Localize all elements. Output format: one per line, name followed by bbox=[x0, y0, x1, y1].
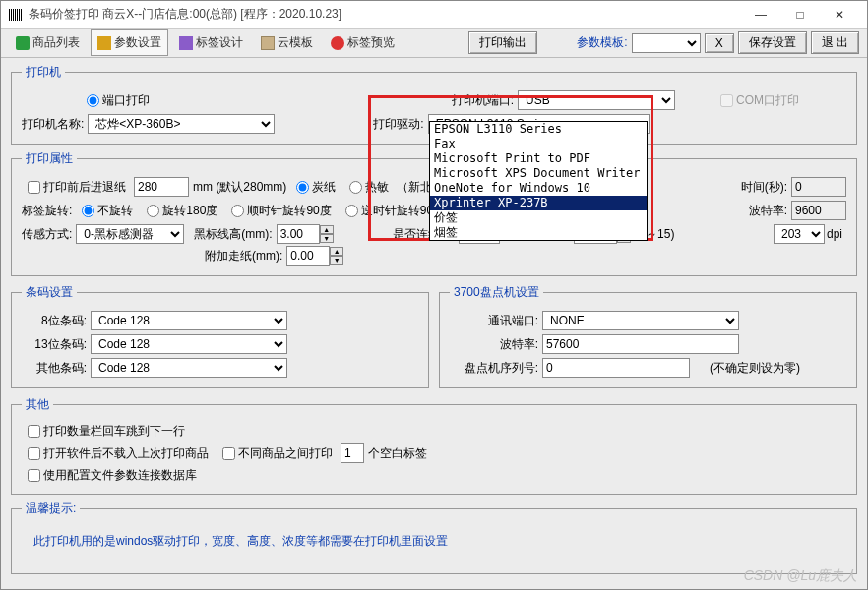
barcode-other-select[interactable]: Code 128 bbox=[91, 358, 287, 378]
barcode-group: 条码设置 8位条码:Code 128 13位条码:Code 128 其他条码:C… bbox=[11, 284, 429, 388]
close-button[interactable]: ✕ bbox=[820, 8, 859, 22]
wait-time-input[interactable] bbox=[791, 177, 846, 197]
printer-port-label: 打印机端口: bbox=[452, 92, 514, 109]
feed-value-input[interactable] bbox=[134, 177, 189, 197]
other-group: 其他 打印数量栏回车跳到下一行 打开软件后不载入上次打印商品 不同商品之间打印 … bbox=[11, 396, 857, 495]
design-icon bbox=[179, 36, 193, 50]
tip-group: 温馨提示: 此打印机用的是windos驱动打印，宽度、高度、浓度等都需要在打印机… bbox=[11, 501, 857, 574]
com-print-checkbox bbox=[720, 94, 733, 107]
barcode13-select[interactable]: Code 128 bbox=[91, 334, 287, 354]
template-label: 参数模板: bbox=[577, 34, 627, 51]
tab-cloud-template[interactable]: 云模板 bbox=[254, 30, 320, 56]
tab-label-preview[interactable]: 标签预览 bbox=[324, 30, 402, 56]
driver-option[interactable]: 烟签 bbox=[430, 225, 647, 240]
save-settings-button[interactable]: 保存设置 bbox=[738, 31, 807, 54]
thermal-radio[interactable] bbox=[349, 181, 362, 194]
rot-ccw90-radio[interactable] bbox=[345, 205, 358, 217]
window-title: 条码价签打印 商云X--门店信息:00(总部) [程序：2020.10.23] bbox=[29, 6, 741, 23]
other-cb4[interactable] bbox=[28, 469, 40, 482]
tip-text: 此打印机用的是windos驱动打印，宽度、高度、浓度等都需要在打印机里面设置 bbox=[22, 527, 448, 563]
tab-label-design[interactable]: 标签设计 bbox=[172, 30, 250, 56]
other-cb1[interactable] bbox=[28, 425, 40, 438]
extra-feed-input[interactable] bbox=[286, 246, 330, 266]
rot-cw90-radio[interactable] bbox=[231, 205, 244, 217]
pda-port-select[interactable]: NONE bbox=[542, 311, 739, 330]
barcode8-select[interactable]: Code 128 bbox=[91, 311, 287, 330]
lightning-icon bbox=[97, 36, 111, 50]
print-attrs-legend: 打印属性 bbox=[22, 150, 77, 167]
pda-legend: 3700盘点机设置 bbox=[450, 284, 543, 301]
dpi-select[interactable]: 203 bbox=[774, 224, 825, 244]
print-output-button[interactable]: 打印输出 bbox=[468, 31, 537, 54]
driver-option[interactable]: Microsoft Print to PDF bbox=[430, 151, 647, 166]
pda-seq-input[interactable] bbox=[542, 358, 690, 378]
printer-port-select[interactable]: USB bbox=[518, 90, 675, 110]
rot-180-radio[interactable] bbox=[147, 205, 159, 217]
tip-legend: 温馨提示: bbox=[22, 501, 80, 517]
blank-count-input[interactable] bbox=[341, 443, 364, 463]
carbon-radio[interactable] bbox=[296, 181, 309, 194]
printer-name-label: 打印机名称: bbox=[22, 116, 84, 133]
printer-name-select[interactable]: 芯烨<XP-360B> bbox=[88, 114, 275, 134]
baud-input[interactable] bbox=[791, 201, 846, 220]
titlebar: 条码价签打印 商云X--门店信息:00(总部) [程序：2020.10.23] … bbox=[1, 1, 867, 29]
app-window: 条码价签打印 商云X--门店信息:00(总部) [程序：2020.10.23] … bbox=[0, 0, 868, 590]
driver-option[interactable]: Fax bbox=[430, 137, 647, 151]
black-height-spinner[interactable]: ▲▼ bbox=[320, 225, 334, 243]
toolbar: 商品列表 参数设置 标签设计 云模板 标签预览 打印输出 参数模板: X 保存设… bbox=[1, 29, 867, 58]
other-cb2[interactable] bbox=[28, 447, 40, 460]
tab-product-list[interactable]: 商品列表 bbox=[9, 30, 87, 56]
maximize-button[interactable]: □ bbox=[780, 8, 820, 22]
sensor-select[interactable]: 0-黑标感测器 bbox=[76, 224, 184, 244]
exit-button[interactable]: 退 出 bbox=[811, 31, 859, 54]
driver-option[interactable]: Microsoft XPS Document Writer bbox=[430, 166, 647, 181]
watermark: CSDN @Lu鹿夫人 bbox=[744, 567, 857, 585]
black-height-input[interactable] bbox=[277, 224, 320, 244]
driver-dropdown-list[interactable]: EPSON L3110 SeriesFaxMicrosoft Print to … bbox=[429, 121, 648, 241]
extra-feed-spinner[interactable]: ▲▼ bbox=[330, 247, 343, 265]
minimize-button[interactable]: — bbox=[741, 8, 780, 22]
list-icon bbox=[16, 36, 30, 50]
pda-baud-input[interactable] bbox=[542, 334, 739, 354]
pda-group: 3700盘点机设置 通讯端口:NONE 波特率: 盘点机序列号:(不确定则设为零… bbox=[439, 284, 857, 388]
printer-legend: 打印机 bbox=[22, 64, 65, 81]
rot-none-radio[interactable] bbox=[82, 205, 94, 217]
tab-param-settings[interactable]: 参数设置 bbox=[91, 30, 168, 56]
feed-checkbox[interactable] bbox=[28, 181, 40, 194]
template-select[interactable] bbox=[632, 33, 701, 53]
driver-option[interactable]: OneNote for Windows 10 bbox=[430, 181, 647, 196]
other-cb3[interactable] bbox=[222, 447, 235, 460]
driver-option[interactable]: Xprinter XP-237B bbox=[430, 196, 647, 210]
driver-option[interactable]: EPSON L3110 Series bbox=[430, 122, 647, 137]
preview-icon bbox=[331, 36, 344, 50]
printer-driver-label: 打印驱动: bbox=[373, 116, 423, 133]
template-x-button[interactable]: X bbox=[705, 33, 734, 53]
driver-option[interactable]: 价签 bbox=[430, 210, 647, 225]
barcode-icon bbox=[9, 9, 23, 21]
port-print-radio[interactable] bbox=[87, 94, 99, 107]
barcode-legend: 条码设置 bbox=[22, 284, 77, 301]
other-legend: 其他 bbox=[22, 396, 53, 413]
book-icon bbox=[261, 36, 275, 50]
